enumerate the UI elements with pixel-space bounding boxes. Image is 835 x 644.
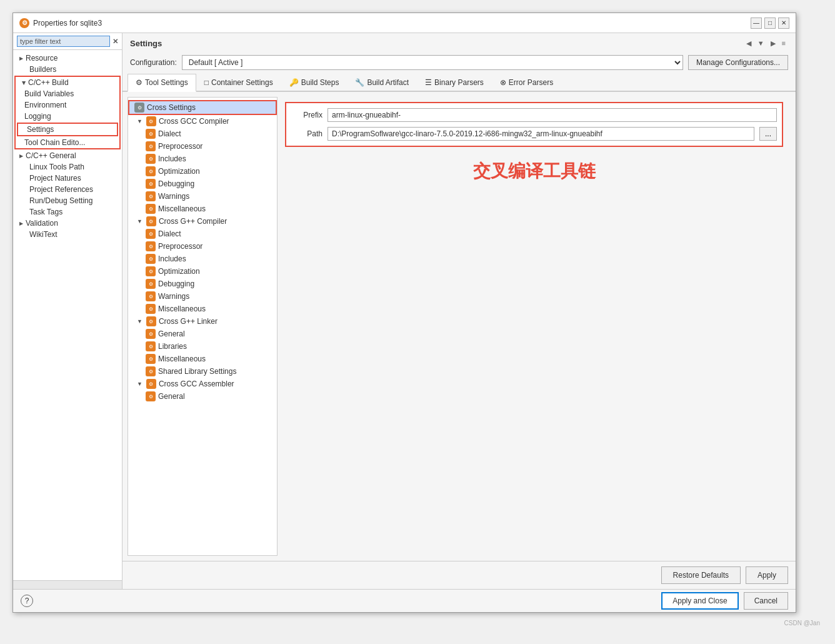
sidebar-item-label: Validation [26,219,58,228]
tree-item-label: Cross Settings [147,103,196,112]
tree-item-linker-shared-lib[interactable]: ⚙ Shared Library Settings [128,365,277,378]
sidebar-item-cpp-build[interactable]: ▶ C/C++ Build [16,77,119,88]
nav-back-button[interactable]: ◀ [744,38,754,49]
sidebar-item-task-tags[interactable]: Task Tags [13,206,122,218]
tab-tool-settings[interactable]: ⚙ Tool Settings [128,74,196,92]
main-window: ⚙ Properties for sqlite3 — □ ✕ ✕ ▶ Resou… [12,13,796,613]
sidebar-item-builders[interactable]: Builders [13,64,122,75]
container-settings-tab-icon: □ [204,78,209,87]
tree-item-gcc-warnings[interactable]: ⚙ Warnings [128,190,277,203]
help-button[interactable]: ? [21,595,33,607]
tree-item-gpp-preprocessor[interactable]: ⚙ Preprocessor [128,240,277,253]
linker-shared-lib-icon: ⚙ [146,366,156,376]
tree-item-gpp-warnings[interactable]: ⚙ Warnings [128,290,277,303]
gpp-linker-icon: ⚙ [146,316,156,326]
tree-item-label: Dialect [158,229,181,238]
sidebar-item-label: Run/Debug Setting [29,196,92,205]
tree-item-cross-gcc-compiler[interactable]: ▼ ⚙ Cross GCC Compiler [128,115,277,128]
tree-item-label: Miscellaneous [158,204,206,213]
tree-item-label: General [158,330,185,338]
sidebar-item-label: Builders [29,65,56,74]
sidebar-scrollbar[interactable] [13,580,122,589]
binary-parsers-tab-icon: ☰ [425,78,432,87]
tree-item-linker-libraries[interactable]: ⚙ Libraries [128,340,277,353]
gcc-optimization-icon: ⚙ [146,166,156,176]
tree-item-gcc-optimization[interactable]: ⚙ Optimization [128,165,277,178]
gpp-preprocessor-icon: ⚙ [146,241,156,251]
tree-item-cross-gpp-linker[interactable]: ▼ ⚙ Cross G++ Linker [128,315,277,328]
close-button[interactable]: ✕ [778,18,789,29]
sidebar-item-run-debug[interactable]: Run/Debug Setting [13,195,122,206]
tab-build-steps[interactable]: 🔑 Build Steps [281,74,348,91]
apply-close-button[interactable]: Apply and Close [661,592,738,610]
window-title: Properties for sqlite3 [33,19,102,28]
sidebar-item-build-variables[interactable]: Build Variables [16,88,119,99]
tree-item-gpp-debugging[interactable]: ⚙ Debugging [128,278,277,290]
sidebar-item-logging[interactable]: Logging [16,111,119,122]
maximize-button[interactable]: □ [764,18,776,29]
tab-binary-parsers[interactable]: ☰ Binary Parsers [417,74,492,91]
restore-defaults-button[interactable]: Restore Defaults [661,566,741,584]
title-bar-left: ⚙ Properties for sqlite3 [19,18,102,28]
nav-forward-button[interactable]: ▶ [768,38,778,49]
error-parsers-tab-icon: ⊗ [500,78,506,87]
sidebar-item-validation[interactable]: ▶ Validation [13,218,122,229]
sidebar-item-label: Tool Chain Edito... [24,138,85,147]
config-label: Configuration: [130,58,177,67]
sidebar-item-label: Build Variables [24,89,74,98]
sidebar-item-tool-chain-editor[interactable]: Tool Chain Edito... [16,137,119,148]
tab-label: Build Artifact [367,78,409,87]
minimize-button[interactable]: — [751,18,762,29]
tree-item-cross-gcc-assembler[interactable]: ▼ ⚙ Cross GCC Assembler [128,378,277,390]
tree-item-label: Cross GCC Assembler [159,380,234,388]
tree-item-gcc-preprocessor[interactable]: ⚙ Preprocessor [128,140,277,153]
tree-item-gpp-optimization[interactable]: ⚙ Optimization [128,265,277,278]
settings-panel: Prefix Path ... 交叉编译工具链 [278,97,791,556]
gpp-includes-icon: ⚙ [146,254,156,264]
tab-build-artifact[interactable]: 🔧 Build Artifact [347,74,417,91]
sidebar-item-project-references[interactable]: Project References [13,184,122,195]
sidebar-item-environment[interactable]: Environment [16,99,119,111]
sidebar-item-linux-tools[interactable]: Linux Tools Path [13,161,122,173]
sidebar-item-settings[interactable]: Settings [17,123,118,136]
path-input[interactable] [328,127,754,141]
filter-bar: ✕ [13,33,122,50]
tree-item-cross-gpp-compiler[interactable]: ▼ ⚙ Cross G++ Compiler [128,215,277,228]
tree-item-gpp-dialect[interactable]: ⚙ Dialect [128,228,277,240]
tree-item-linker-general[interactable]: ⚙ General [128,328,277,340]
sidebar-item-resource[interactable]: ▶ Resource [13,53,122,64]
tab-error-parsers[interactable]: ⊗ Error Parsers [492,74,561,91]
manage-configs-button[interactable]: Manage Configurations... [688,55,788,70]
linker-general-icon: ⚙ [146,329,156,339]
nav-down-button[interactable]: ▼ [755,38,767,49]
tree-item-gpp-miscellaneous[interactable]: ⚙ Miscellaneous [128,303,277,315]
gpp-dialect-icon: ⚙ [146,229,156,239]
apply-button[interactable]: Apply [746,566,788,584]
config-select[interactable]: Default [ Active ] [182,55,683,70]
filter-input[interactable] [17,36,110,47]
path-browse-button[interactable]: ... [759,127,777,141]
nav-menu-button[interactable]: ≡ [779,38,788,49]
tree-item-label: Preprocessor [158,142,202,151]
tree-item-linker-misc[interactable]: ⚙ Miscellaneous [128,353,277,365]
tree-item-gcc-debugging[interactable]: ⚙ Debugging [128,178,277,190]
sidebar-item-cpp-general[interactable]: ▶ C/C++ General [13,150,122,161]
tree-item-gpp-includes[interactable]: ⚙ Includes [128,253,277,265]
sidebar-item-wikitext[interactable]: WikiText [13,229,122,240]
cancel-button[interactable]: Cancel [744,592,788,610]
sidebar-item-project-natures[interactable]: Project Natures [13,173,122,184]
tab-container-settings[interactable]: □ Container Settings [196,74,281,91]
tree-item-cross-settings[interactable]: ⚙ Cross Settings [128,100,277,115]
assembler-general-icon: ⚙ [146,391,156,401]
filter-clear-button[interactable]: ✕ [112,38,118,46]
gcc-compiler-icon: ⚙ [146,116,156,126]
gpp-misc-icon: ⚙ [146,304,156,314]
prefix-input[interactable] [328,108,777,122]
gcc-includes-icon: ⚙ [146,154,156,164]
right-panel: Settings ◀ ▼ ▶ ≡ Configuration: Default … [122,33,796,589]
tree-item-label: General [158,392,185,401]
tree-item-gcc-miscellaneous[interactable]: ⚙ Miscellaneous [128,203,277,215]
tree-item-gcc-dialect[interactable]: ⚙ Dialect [128,128,277,140]
tree-item-gcc-includes[interactable]: ⚙ Includes [128,153,277,165]
tree-item-assembler-general[interactable]: ⚙ General [128,390,277,403]
